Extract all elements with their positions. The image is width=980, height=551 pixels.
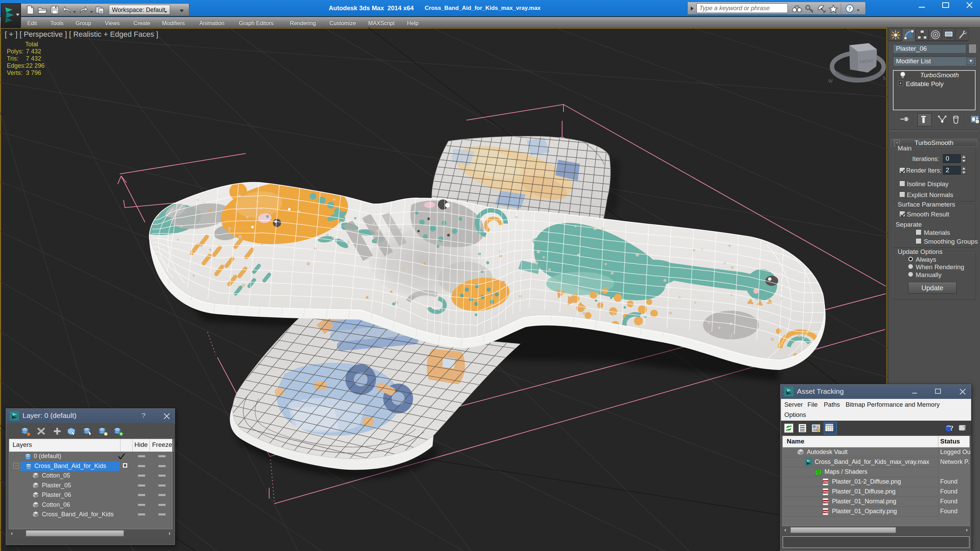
svg-text:PNG: PNG [823,511,829,513]
svg-text:?: ? [848,5,851,12]
svg-text:W: W [828,78,833,84]
svg-text:PNG: PNG [823,481,829,483]
svg-text:PNG: PNG [823,501,829,503]
svg-text:?: ? [963,424,967,433]
svg-text:?: ? [950,424,953,432]
svg-text:S: S [883,76,886,81]
svg-text:PNG: PNG [823,491,829,493]
